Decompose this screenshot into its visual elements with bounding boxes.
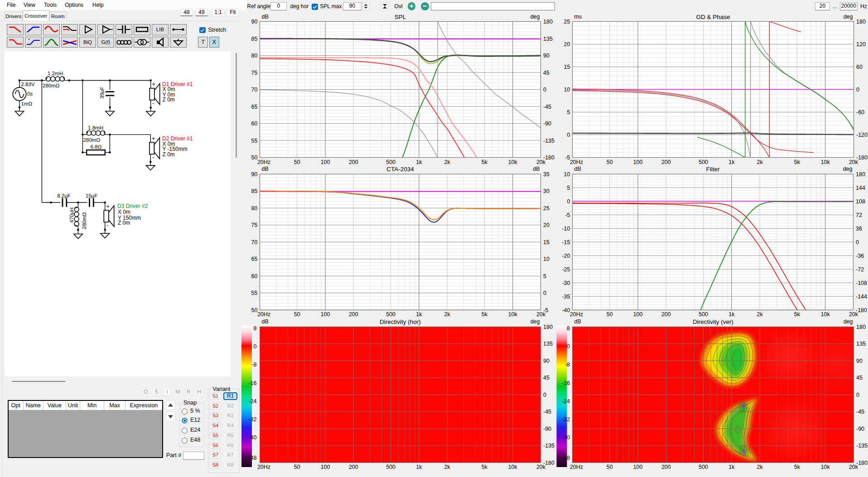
svg-text:100: 100 bbox=[633, 159, 643, 165]
svg-text:20Hz: 20Hz bbox=[257, 311, 270, 318]
svg-text:-35: -35 bbox=[562, 294, 570, 300]
svg-text:20Hz: 20Hz bbox=[570, 311, 583, 318]
svg-text:45: 45 bbox=[856, 375, 863, 381]
svg-text:-45: -45 bbox=[856, 409, 864, 415]
svg-text:36: 36 bbox=[856, 226, 862, 232]
svg-text:5k: 5k bbox=[794, 159, 800, 165]
svg-text:10: 10 bbox=[564, 171, 570, 178]
svg-text:Z 0m: Z 0m bbox=[163, 96, 175, 103]
svg-text:0: 0 bbox=[856, 87, 859, 93]
svg-text:20k: 20k bbox=[849, 159, 858, 165]
svg-text:30: 30 bbox=[543, 188, 550, 194]
svg-text:55: 55 bbox=[251, 290, 258, 296]
svg-text:-: - bbox=[152, 100, 154, 106]
svg-text:SPL: SPL bbox=[395, 14, 406, 20]
svg-text:5k: 5k bbox=[482, 159, 488, 165]
svg-text:85: 85 bbox=[251, 188, 258, 194]
svg-text:80: 80 bbox=[251, 205, 258, 212]
svg-text:100: 100 bbox=[321, 159, 330, 165]
svg-text:1mΩ: 1mΩ bbox=[21, 101, 33, 106]
svg-text:dB: dB bbox=[262, 318, 269, 325]
svg-text:1k: 1k bbox=[416, 159, 422, 165]
svg-text:100: 100 bbox=[633, 464, 643, 470]
svg-text:135: 135 bbox=[543, 36, 553, 42]
svg-text:20k: 20k bbox=[536, 159, 546, 165]
svg-text:500: 500 bbox=[386, 311, 395, 318]
svg-text:6.8Ω: 6.8Ω bbox=[91, 144, 102, 149]
svg-text:20Hz: 20Hz bbox=[570, 159, 583, 165]
svg-text:dB: dB bbox=[574, 166, 581, 172]
svg-text:15: 15 bbox=[543, 239, 550, 246]
svg-text:5: 5 bbox=[567, 185, 570, 191]
svg-text:50: 50 bbox=[294, 159, 300, 165]
svg-text:200: 200 bbox=[349, 159, 358, 165]
svg-text:50: 50 bbox=[607, 159, 613, 165]
svg-text:dB: dB bbox=[262, 14, 269, 20]
svg-text:Z 0m: Z 0m bbox=[163, 151, 175, 158]
svg-text:2k: 2k bbox=[757, 464, 763, 470]
svg-text:500: 500 bbox=[386, 464, 395, 470]
svg-text:90: 90 bbox=[251, 19, 258, 25]
svg-text:0: 0 bbox=[856, 392, 859, 398]
svg-text:85: 85 bbox=[251, 36, 258, 42]
svg-text:2k: 2k bbox=[757, 311, 763, 318]
svg-text:X 0m: X 0m bbox=[118, 209, 130, 215]
svg-text:8: 8 bbox=[254, 325, 257, 332]
svg-text:108: 108 bbox=[856, 198, 865, 205]
svg-text:180: 180 bbox=[856, 324, 866, 330]
svg-text:280mΩ: 280mΩ bbox=[43, 83, 60, 88]
svg-text:200: 200 bbox=[349, 311, 358, 318]
svg-text:50: 50 bbox=[294, 311, 300, 318]
svg-text:deg: deg bbox=[843, 166, 853, 172]
svg-text:-15: -15 bbox=[562, 239, 570, 246]
svg-text:Directivity (hor): Directivity (hor) bbox=[380, 318, 421, 325]
svg-text:-90: -90 bbox=[543, 120, 551, 127]
svg-text:90: 90 bbox=[856, 358, 863, 364]
svg-text:200: 200 bbox=[661, 159, 671, 165]
svg-text:10k: 10k bbox=[508, 464, 518, 470]
svg-text:0: 0 bbox=[254, 343, 257, 350]
svg-text:dB: dB bbox=[574, 318, 581, 325]
svg-text:20Hz: 20Hz bbox=[570, 464, 583, 470]
svg-text:70: 70 bbox=[251, 239, 258, 246]
svg-text:-72: -72 bbox=[856, 266, 864, 273]
svg-text:-16: -16 bbox=[248, 380, 256, 386]
svg-text:-135: -135 bbox=[543, 138, 555, 144]
svg-text:2.83V: 2.83V bbox=[21, 82, 35, 87]
svg-text:10: 10 bbox=[564, 87, 570, 93]
svg-text:1k: 1k bbox=[728, 311, 735, 318]
svg-text:144: 144 bbox=[856, 185, 865, 191]
svg-text:470µH: 470µH bbox=[69, 207, 74, 223]
svg-text:5k: 5k bbox=[482, 464, 488, 470]
svg-text:100: 100 bbox=[321, 464, 330, 470]
svg-text:180: 180 bbox=[856, 171, 865, 178]
svg-text:-8: -8 bbox=[565, 361, 570, 368]
svg-text:-60: -60 bbox=[856, 109, 864, 116]
svg-text:-32: -32 bbox=[248, 416, 256, 423]
svg-text:100: 100 bbox=[321, 311, 330, 318]
svg-text:280mΩ: 280mΩ bbox=[82, 212, 87, 229]
svg-text:75: 75 bbox=[251, 70, 258, 76]
svg-text:-40: -40 bbox=[562, 434, 570, 441]
svg-text:-: - bbox=[106, 222, 108, 228]
svg-text:0: 0 bbox=[543, 87, 546, 93]
svg-text:200: 200 bbox=[661, 464, 671, 470]
svg-text:50: 50 bbox=[607, 311, 613, 318]
svg-text:+: + bbox=[106, 203, 110, 210]
svg-text:35: 35 bbox=[543, 171, 550, 178]
svg-text:-10: -10 bbox=[562, 226, 570, 232]
svg-text:10k: 10k bbox=[821, 159, 830, 165]
svg-text:-45: -45 bbox=[543, 104, 551, 110]
svg-text:500: 500 bbox=[699, 464, 708, 470]
svg-text:dB: dB bbox=[262, 166, 269, 172]
svg-text:90: 90 bbox=[543, 53, 550, 59]
svg-text:180: 180 bbox=[856, 19, 866, 25]
svg-text:500: 500 bbox=[386, 159, 395, 165]
svg-text:-16: -16 bbox=[562, 380, 570, 386]
svg-text:135: 135 bbox=[543, 341, 553, 347]
svg-text:-25: -25 bbox=[562, 266, 570, 273]
svg-text:8.2µF: 8.2µF bbox=[57, 193, 71, 198]
svg-text:500: 500 bbox=[699, 159, 708, 165]
svg-text:1.2mH: 1.2mH bbox=[48, 71, 63, 76]
svg-text:10k: 10k bbox=[508, 311, 518, 318]
